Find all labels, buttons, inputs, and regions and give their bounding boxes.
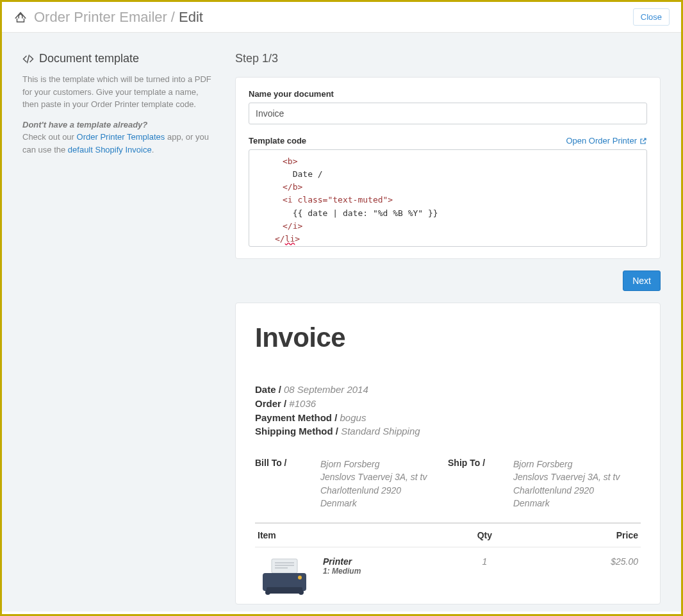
svg-point-8 [298, 576, 302, 579]
invoice-meta-list: Date / 08 September 2014Order / #1036Pay… [255, 383, 641, 438]
bill-to-value: Bjorn ForsbergJenslovs Tvaervej 3A, st t… [320, 458, 448, 510]
sidebar-desc: This is the template which will be turne… [22, 73, 215, 111]
code-label: Template code [249, 136, 306, 146]
sidebar-help-post: . [152, 145, 154, 154]
sidebar-heading: Document template [22, 52, 215, 65]
top-bar: Order Printer Emailer / Edit Close [2, 2, 681, 33]
open-order-printer-text: Open Order Printer [566, 136, 637, 146]
invoice-meta-row: Date / 08 September 2014 [255, 383, 641, 397]
invoice-meta-row: Payment Method / bogus [255, 411, 641, 425]
address-row: Bill To / Bjorn ForsbergJenslovs Tvaerve… [255, 458, 641, 510]
breadcrumb: Order Printer Emailer / Edit [13, 9, 203, 26]
svg-rect-1 [275, 562, 294, 563]
breadcrumb-sep: / [171, 9, 175, 26]
app-logo-icon [13, 10, 28, 24]
bill-to-label: Bill To / [255, 458, 320, 510]
sidebar-no-template: Dont't have a template already? [22, 120, 147, 129]
next-row: Next [235, 271, 661, 291]
svg-rect-3 [275, 567, 288, 569]
page-body: Document template This is the template w… [2, 33, 681, 612]
template-code-textarea[interactable]: <b> Date /</b><i class="text-muted"> {{ … [249, 149, 647, 247]
sidebar-help: Dont't have a template already? Check ou… [22, 119, 215, 156]
sidebar-help-pre: Check out our [22, 132, 77, 142]
external-link-icon [639, 137, 647, 145]
svg-rect-5 [267, 587, 302, 594]
svg-rect-2 [275, 565, 294, 566]
invoice-meta-row: Order / #1036 [255, 397, 641, 411]
order-printer-templates-link[interactable]: Order Printer Templates [77, 132, 165, 142]
step-label: Step 1/3 [235, 52, 661, 65]
line-items-table: Item Qty Price Printer1: Medium1$25.00 [255, 522, 641, 604]
next-button[interactable]: Next [623, 271, 661, 291]
sidebar: Document template This is the template w… [22, 52, 215, 612]
th-price: Price [522, 523, 641, 547]
default-shopify-invoice-link[interactable]: default Shopify Invoice [68, 145, 152, 154]
preview-panel: Invoice Date / 08 September 2014Order / … [235, 303, 661, 604]
open-order-printer-link[interactable]: Open Order Printer [566, 136, 647, 146]
printer-icon [258, 556, 311, 595]
svg-point-6 [265, 590, 270, 595]
breadcrumb-current: Edit [179, 9, 203, 26]
ship-to-label: Ship To / [448, 458, 513, 510]
document-name-input[interactable] [249, 103, 647, 124]
form-panel: Name your document Template code Open Or… [235, 77, 661, 259]
ship-to-value: Bjorn ForsbergJenslovs Tvaervej 3A, st t… [513, 458, 641, 510]
invoice-meta-row: Shipping Method / Standard Shipping [255, 424, 641, 438]
main-column: Step 1/3 Name your document Template cod… [235, 52, 661, 612]
name-group: Name your document [249, 89, 647, 124]
name-label: Name your document [249, 89, 647, 99]
breadcrumb-root[interactable]: Order Printer Emailer [34, 9, 167, 26]
invoice-title: Invoice [255, 322, 641, 353]
code-group: Template code Open Order Printer <b> Dat… [249, 136, 647, 247]
th-item: Item [255, 523, 448, 547]
code-icon [22, 53, 34, 65]
close-button[interactable]: Close [633, 8, 670, 26]
table-row: Printer1: Medium1$25.00 [255, 547, 641, 604]
sidebar-heading-text: Document template [39, 52, 139, 65]
svg-point-7 [299, 590, 304, 595]
th-qty: Qty [448, 523, 522, 547]
